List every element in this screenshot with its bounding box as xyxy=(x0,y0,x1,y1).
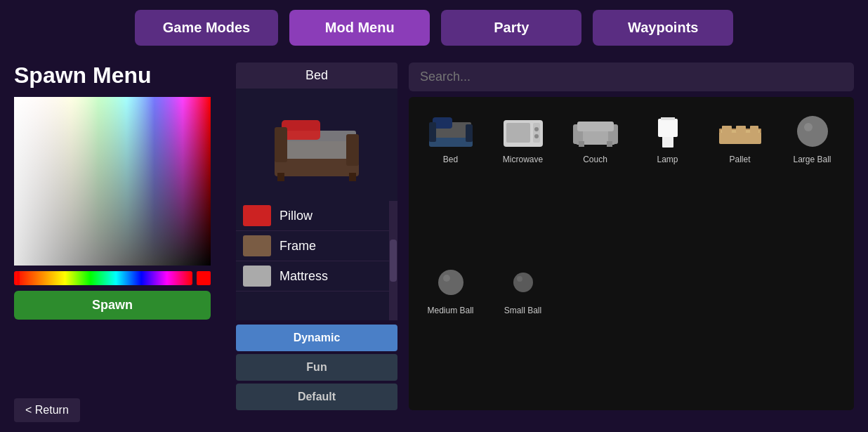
item-cell-bed[interactable]: Bed xyxy=(416,104,485,252)
mattress-color-swatch xyxy=(243,266,271,287)
svg-point-37 xyxy=(517,276,522,282)
frame-color-swatch xyxy=(243,235,271,256)
svg-rect-2 xyxy=(282,120,320,140)
large-ball-icon xyxy=(784,110,841,152)
hue-bar-wrapper xyxy=(14,271,211,285)
mode-default[interactable]: Default xyxy=(236,384,397,410)
svg-rect-31 xyxy=(750,126,758,133)
svg-rect-14 xyxy=(533,123,540,143)
medium-ball-icon xyxy=(423,261,479,303)
parts-list: Pillow Frame Mattress xyxy=(236,201,397,320)
nav-waypoints[interactable]: Waypoints xyxy=(593,10,733,46)
mode-buttons: Dynamic Fun Default xyxy=(236,325,397,410)
svg-rect-24 xyxy=(658,119,678,137)
svg-rect-4 xyxy=(346,134,359,166)
part-item-mattress[interactable]: Mattress xyxy=(236,261,397,292)
part-item-pillow[interactable]: Pillow xyxy=(236,201,397,231)
return-button[interactable]: < Return xyxy=(14,398,80,422)
hue-slider[interactable] xyxy=(14,271,192,285)
svg-rect-29 xyxy=(722,126,732,133)
svg-point-34 xyxy=(438,270,463,295)
main-content: Spawn Menu Spawn Bed xyxy=(0,55,868,417)
bed-label: Bed xyxy=(443,155,458,164)
parts-scrollbar[interactable] xyxy=(389,201,397,320)
pillow-label: Pillow xyxy=(280,209,313,223)
item-preview-image xyxy=(236,89,397,201)
svg-point-15 xyxy=(534,127,539,131)
mode-dynamic[interactable]: Dynamic xyxy=(236,325,397,351)
pallet-label: Pallet xyxy=(729,155,750,164)
svg-point-36 xyxy=(513,273,533,292)
item-cell-pallet[interactable]: Pallet xyxy=(705,104,775,252)
bed-icon xyxy=(423,110,479,152)
nav-mod-menu[interactable]: Mod Menu xyxy=(289,10,430,46)
item-cell-medium-ball[interactable]: Medium Ball xyxy=(416,255,485,403)
items-grid: Bed Microwave xyxy=(409,97,854,410)
item-cell-empty-4 xyxy=(777,255,847,403)
svg-point-32 xyxy=(797,116,828,147)
microwave-label: Microwave xyxy=(503,155,543,164)
spawn-menu-title: Spawn Menu xyxy=(14,63,225,89)
small-ball-label: Small Ball xyxy=(504,306,541,315)
right-panel: Bed Microwave xyxy=(409,63,854,410)
item-cell-couch[interactable]: Couch xyxy=(560,104,630,252)
svg-rect-30 xyxy=(736,126,746,133)
couch-icon xyxy=(567,110,624,152)
mattress-label: Mattress xyxy=(280,269,328,284)
svg-point-35 xyxy=(443,275,450,282)
top-nav: Game Modes Mod Menu Party Waypoints xyxy=(0,0,868,55)
microwave-icon xyxy=(495,110,551,152)
item-cell-empty-1 xyxy=(560,255,630,403)
svg-rect-13 xyxy=(506,123,530,143)
svg-rect-11 xyxy=(466,124,473,142)
svg-rect-10 xyxy=(429,122,436,142)
item-cell-empty-2 xyxy=(633,255,702,403)
frame-label: Frame xyxy=(280,239,316,254)
couch-label: Couch xyxy=(583,155,607,164)
mode-fun[interactable]: Fun xyxy=(236,354,397,381)
svg-rect-6 xyxy=(349,173,356,181)
svg-rect-20 xyxy=(577,122,614,131)
item-cell-microwave[interactable]: Microwave xyxy=(488,104,558,252)
item-cell-lamp[interactable]: Lamp xyxy=(633,104,702,252)
middle-panel: Bed Pillow xyxy=(236,63,397,410)
svg-rect-3 xyxy=(275,127,287,162)
svg-point-16 xyxy=(534,134,539,138)
nav-game-modes[interactable]: Game Modes xyxy=(135,10,278,46)
scroll-thumb xyxy=(390,240,397,282)
left-panel: Spawn Menu Spawn xyxy=(14,63,225,410)
pillow-color-swatch xyxy=(243,205,271,226)
svg-rect-26 xyxy=(719,131,761,144)
color-preview xyxy=(197,271,211,285)
item-cell-large-ball[interactable]: Large Ball xyxy=(777,104,847,252)
color-picker-gradient[interactable] xyxy=(14,97,211,266)
svg-rect-25 xyxy=(661,117,675,120)
item-cell-empty-3 xyxy=(705,255,775,403)
spawn-button[interactable]: Spawn xyxy=(14,291,211,320)
svg-point-33 xyxy=(804,123,813,131)
pallet-icon xyxy=(712,110,768,152)
svg-rect-23 xyxy=(662,136,673,148)
svg-rect-21 xyxy=(579,141,584,147)
item-cell-small-ball[interactable]: Small Ball xyxy=(488,255,558,403)
lamp-icon xyxy=(640,110,696,152)
svg-rect-5 xyxy=(277,173,284,181)
large-ball-label: Large Ball xyxy=(793,155,831,164)
svg-rect-22 xyxy=(607,141,612,147)
medium-ball-label: Medium Ball xyxy=(427,306,473,315)
small-ball-icon xyxy=(495,261,551,303)
part-item-frame[interactable]: Frame xyxy=(236,231,397,261)
search-input[interactable] xyxy=(409,63,854,91)
item-preview-header: Bed xyxy=(236,63,397,89)
bed-preview-svg xyxy=(268,106,366,183)
nav-party[interactable]: Party xyxy=(441,10,581,46)
lamp-label: Lamp xyxy=(657,155,678,164)
